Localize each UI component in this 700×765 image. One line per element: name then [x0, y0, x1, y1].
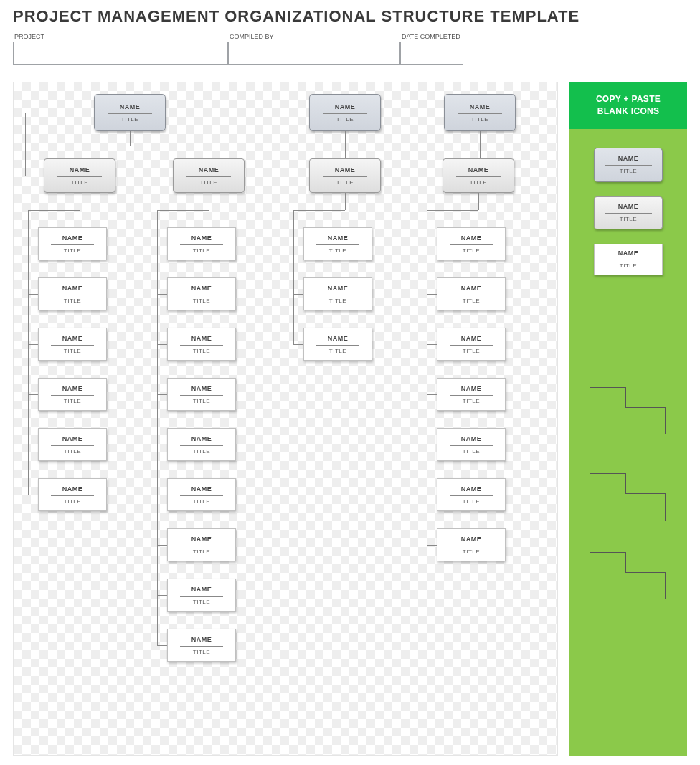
connector-line	[157, 294, 167, 295]
connector-sketch[interactable]	[582, 380, 676, 437]
connector-sketch[interactable]	[582, 466, 676, 523]
meta-row: PROJECT COMPILED BY DATE COMPLETED	[13, 33, 687, 65]
org-root-0-child-1-leaf-7[interactable]: NAMETITLE	[167, 579, 236, 612]
org-root-2-child-0-leaf-2[interactable]: NAMETITLE	[437, 328, 506, 361]
node-divider	[316, 244, 359, 245]
connector-line	[345, 131, 346, 158]
compiled-by-input[interactable]	[228, 42, 400, 65]
node-name: NAME	[62, 234, 83, 242]
node-divider	[458, 113, 502, 114]
connector-line	[427, 294, 437, 295]
org-root-0-child-1-leaf-3[interactable]: NAMETITLE	[167, 378, 236, 411]
node-name: NAME	[461, 285, 482, 292]
connector-line	[28, 294, 38, 295]
node-divider	[450, 295, 492, 295]
blank-icon-mid[interactable]: NAMETITLE	[594, 196, 663, 229]
org-chart-canvas[interactable]: NAMETITLENAMETITLENAMETITLENAMETITLENAME…	[13, 82, 558, 756]
node-divider	[186, 176, 231, 177]
org-root-0-child-0-leaf-2[interactable]: NAMETITLE	[38, 328, 107, 361]
connector-line	[345, 193, 346, 210]
node-title: TITLE	[64, 247, 81, 254]
sidebar-body: NAMETITLENAMETITLENAMETITLE	[569, 129, 687, 756]
connector-line	[157, 210, 209, 211]
blank-icon-divider	[605, 165, 652, 166]
node-title: TITLE	[329, 298, 346, 304]
date-completed-input[interactable]	[400, 42, 463, 65]
node-name: NAME	[335, 103, 356, 110]
node-title: TITLE	[193, 398, 210, 404]
org-root-0-child-0-leaf-1[interactable]: NAMETITLE	[38, 277, 107, 310]
node-title: TITLE	[193, 448, 210, 455]
org-root-2-child-0-leaf-4[interactable]: NAMETITLE	[437, 428, 506, 461]
connector-line	[293, 210, 294, 344]
org-root-1-child-0-leaf-2[interactable]: NAMETITLE	[303, 328, 372, 361]
connector-line	[25, 113, 26, 176]
org-root-0-child-0-leaf-5[interactable]: NAMETITLE	[38, 478, 107, 511]
node-title: TITLE	[121, 116, 138, 123]
blank-icon-top[interactable]: NAMETITLE	[594, 148, 663, 182]
org-root-0-child-1-leaf-6[interactable]: NAMETITLE	[167, 528, 236, 561]
node-name: NAME	[191, 234, 212, 242]
org-root-2-child-0-leaf-3[interactable]: NAMETITLE	[437, 378, 506, 411]
org-root-1[interactable]: NAMETITLE	[309, 94, 381, 131]
connector-line	[427, 545, 437, 546]
connector-line	[427, 210, 478, 211]
blank-icon-leaf[interactable]: NAMETITLE	[594, 244, 663, 275]
node-divider	[450, 546, 492, 546]
org-root-0-child-0-leaf-0[interactable]: NAMETITLE	[38, 227, 107, 260]
node-divider	[108, 113, 152, 114]
meta-project-label: PROJECT	[13, 33, 228, 40]
connector-sketch[interactable]	[582, 545, 676, 602]
node-title: TITLE	[336, 116, 354, 123]
node-name: NAME	[191, 586, 212, 593]
org-root-0-child-0[interactable]: NAMETITLE	[44, 158, 115, 193]
connector-line	[28, 445, 38, 445]
org-root-0-child-1-leaf-8[interactable]: NAMETITLE	[167, 629, 236, 662]
node-name: NAME	[199, 166, 219, 174]
org-root-0-child-0-leaf-3[interactable]: NAMETITLE	[38, 378, 107, 411]
node-name: NAME	[328, 335, 349, 342]
org-root-0-child-1-leaf-2[interactable]: NAMETITLE	[167, 328, 236, 361]
connector-line	[293, 244, 303, 244]
node-title: TITLE	[71, 179, 88, 186]
org-root-0-child-1-leaf-4[interactable]: NAMETITLE	[167, 428, 236, 461]
org-root-0-child-1-leaf-1[interactable]: NAMETITLE	[167, 277, 236, 310]
connector-line	[28, 344, 38, 345]
node-title: TITLE	[193, 548, 210, 555]
org-root-2-child-0-leaf-6[interactable]: NAMETITLE	[437, 528, 506, 561]
org-root-1-child-0-leaf-1[interactable]: NAMETITLE	[303, 277, 372, 310]
node-title: TITLE	[463, 448, 480, 455]
org-root-2-child-0-leaf-5[interactable]: NAMETITLE	[437, 478, 506, 511]
org-root-2-child-0[interactable]: NAMETITLE	[443, 158, 514, 193]
org-root-1-child-0[interactable]: NAMETITLE	[309, 158, 381, 193]
blank-icon-title: TITLE	[620, 262, 637, 269]
org-root-0-child-0-leaf-4[interactable]: NAMETITLE	[38, 428, 107, 461]
sidebar: COPY + PASTE BLANK ICONS NAMETITLENAMETI…	[569, 82, 687, 756]
node-title: TITLE	[463, 548, 480, 555]
org-root-1-child-0-leaf-0[interactable]: NAMETITLE	[303, 227, 372, 260]
org-root-0-child-1-leaf-0[interactable]: NAMETITLE	[167, 227, 236, 260]
meta-date-cell: DATE COMPLETED	[400, 33, 463, 65]
connector-line	[157, 495, 167, 495]
node-divider	[180, 546, 222, 546]
org-root-0[interactable]: NAMETITLE	[94, 94, 166, 131]
node-title: TITLE	[193, 649, 210, 655]
node-divider	[323, 176, 367, 177]
connector-line	[80, 146, 130, 146]
project-input[interactable]	[13, 42, 228, 65]
node-name: NAME	[468, 166, 489, 174]
node-divider	[180, 445, 222, 446]
org-root-2[interactable]: NAMETITLE	[444, 94, 516, 131]
node-title: TITLE	[193, 348, 210, 354]
node-name: NAME	[335, 166, 356, 174]
org-root-2-child-0-leaf-1[interactable]: NAMETITLE	[437, 277, 506, 310]
connector-line	[480, 131, 481, 158]
node-name: NAME	[191, 385, 212, 392]
node-title: TITLE	[64, 348, 81, 354]
org-root-0-child-1-leaf-5[interactable]: NAMETITLE	[167, 478, 236, 511]
org-root-0-child-1[interactable]: NAMETITLE	[173, 158, 245, 193]
node-name: NAME	[70, 166, 90, 174]
org-root-2-child-0-leaf-0[interactable]: NAMETITLE	[437, 227, 506, 260]
node-name: NAME	[191, 536, 212, 543]
node-name: NAME	[191, 285, 212, 292]
